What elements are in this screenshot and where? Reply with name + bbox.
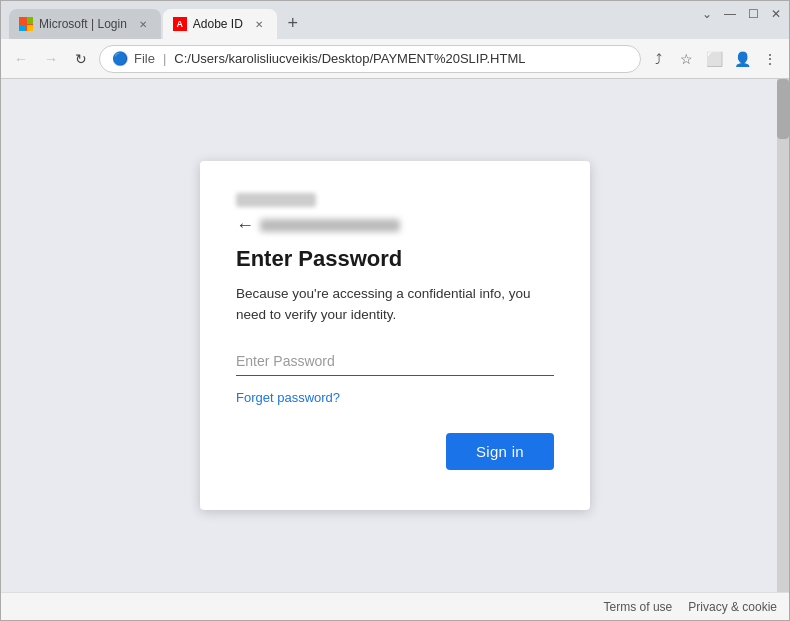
password-input[interactable] [236, 347, 554, 376]
tab-adobe[interactable]: A Adobe ID ✕ [163, 9, 277, 39]
browser-content: DFC ← Enter Password Because you're acce… [1, 79, 789, 592]
blurred-logo-area [236, 193, 554, 207]
tab-adobe-title: Adobe ID [193, 17, 243, 31]
microsoft-favicon [19, 17, 33, 31]
tab-microsoft[interactable]: Microsoft | Login ✕ [9, 9, 161, 39]
forward-button[interactable]: → [39, 47, 63, 71]
reload-button[interactable]: ↻ [69, 47, 93, 71]
menu-icon[interactable]: ⋮ [759, 48, 781, 70]
scrollbar[interactable] [777, 79, 789, 592]
address-separator: | [163, 51, 166, 66]
address-bar-row: ← → ↻ 🔵 File | C:/Users/karolisliucveiki… [1, 39, 789, 79]
browser-window: Microsoft | Login ✕ A Adobe ID ✕ + ⌄ — ☐… [0, 0, 790, 621]
bookmark-icon[interactable]: ☆ [675, 48, 697, 70]
scrollbar-thumb[interactable] [777, 79, 789, 139]
bottom-bar: Terms of use Privacy & cookie [1, 592, 789, 620]
share-icon[interactable]: ⤴ [647, 48, 669, 70]
tab-bar-row: Microsoft | Login ✕ A Adobe ID ✕ + ⌄ — ☐… [1, 1, 789, 39]
sidebar-toggle-icon[interactable]: ⬜ [703, 48, 725, 70]
blurred-logo [236, 193, 316, 207]
tab-microsoft-title: Microsoft | Login [39, 17, 127, 31]
signin-btn-row: Sign in [236, 433, 554, 470]
profile-icon[interactable]: 👤 [731, 48, 753, 70]
address-input[interactable]: 🔵 File | C:/Users/karolisliucveikis/Desk… [99, 45, 641, 73]
back-row: ← [236, 215, 554, 236]
tab-adobe-close[interactable]: ✕ [251, 16, 267, 32]
back-arrow-button[interactable]: ← [236, 215, 254, 236]
new-tab-button[interactable]: + [279, 9, 307, 37]
address-actions: ⤴ ☆ ⬜ 👤 ⋮ [647, 48, 781, 70]
tab-microsoft-close[interactable]: ✕ [135, 16, 151, 32]
card-description: Because you're accessing a confidential … [236, 284, 554, 325]
password-input-wrap [236, 347, 554, 376]
login-card: ← Enter Password Because you're accessin… [200, 161, 590, 510]
adobe-favicon: A [173, 17, 187, 31]
tab-list: Microsoft | Login ✕ A Adobe ID ✕ + [1, 3, 307, 39]
window-controls: ⌄ — ☐ ✕ [702, 7, 781, 21]
back-button[interactable]: ← [9, 47, 33, 71]
close-button[interactable]: ✕ [771, 7, 781, 21]
address-url: C:/Users/karolisliucveikis/Desktop/PAYME… [174, 51, 525, 66]
forgot-password-link[interactable]: Forget password? [236, 390, 554, 405]
file-label: File [134, 51, 155, 66]
card-title: Enter Password [236, 246, 554, 272]
privacy-link[interactable]: Privacy & cookie [688, 600, 777, 614]
collapse-button[interactable]: ⌄ [702, 7, 712, 21]
terms-link[interactable]: Terms of use [604, 600, 673, 614]
blurred-email [260, 219, 400, 232]
minimize-button[interactable]: — [724, 7, 736, 21]
maximize-button[interactable]: ☐ [748, 7, 759, 21]
signin-button[interactable]: Sign in [446, 433, 554, 470]
protocol-indicator: 🔵 [112, 51, 128, 66]
